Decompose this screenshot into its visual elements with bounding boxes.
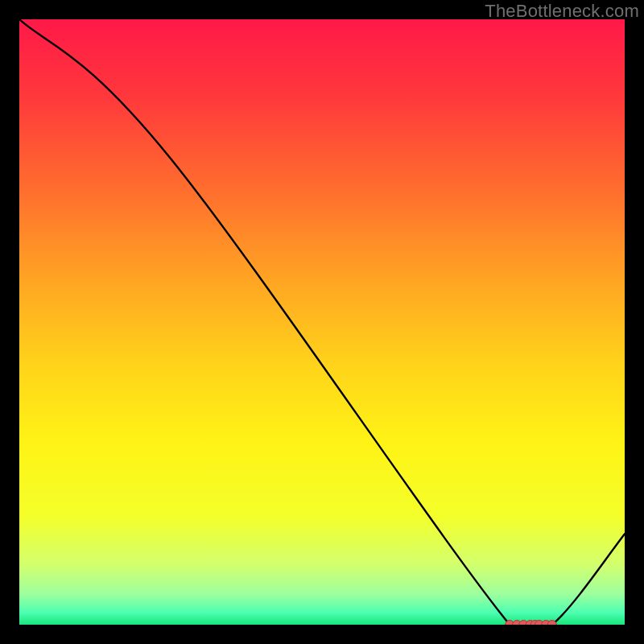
chart-plot-area	[19, 19, 625, 625]
chart-svg	[19, 19, 625, 625]
watermark-text: TheBottleneck.com	[485, 1, 639, 22]
chart-frame: TheBottleneck.com	[0, 0, 644, 644]
gradient-background	[19, 19, 625, 625]
